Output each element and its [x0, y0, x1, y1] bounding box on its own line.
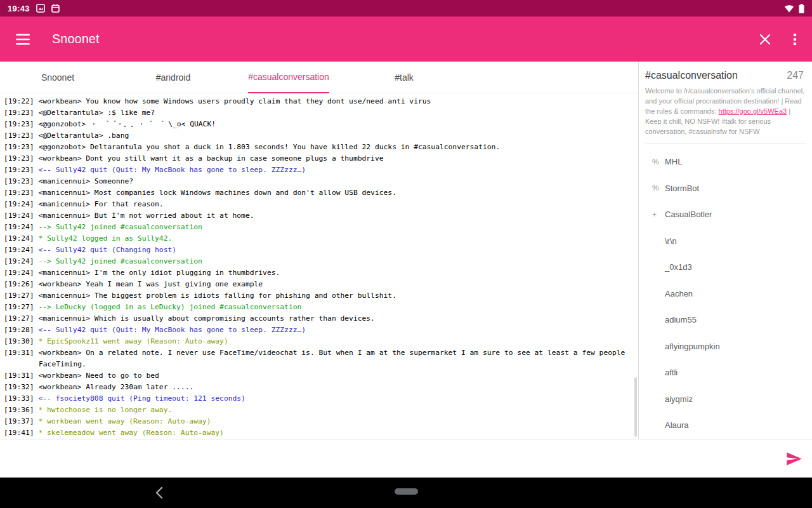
chat-message: [19:23] <@Deltarantula> .bang — [4, 130, 637, 142]
screenshot-notification-icon — [36, 4, 45, 13]
message-timestamp: [19:33] — [4, 394, 38, 403]
message-timestamp: [19:27] — [4, 291, 38, 300]
user-name: StormBot — [665, 184, 699, 193]
message-text: <workbean> Dont you still want it as a b… — [38, 154, 383, 163]
message-text: <manicennui> Which is usually about comp… — [38, 314, 375, 323]
user-count: 247 — [787, 70, 804, 81]
message-text: <manicennui> Most companies lock Windows… — [38, 189, 396, 197]
chat-message: [19:23] <manicennui> Someonne? — [4, 176, 637, 187]
user-list-item[interactable]: %StormBot — [652, 175, 812, 202]
user-name: Alaura — [665, 420, 689, 430]
message-input-bar — [0, 439, 812, 478]
user-mode-prefix: % — [652, 157, 665, 166]
chat-message: [19:31] <workbean> On a related note. I … — [4, 347, 637, 370]
message-timestamp: [19:24] — [4, 269, 38, 277]
battery-icon — [799, 4, 804, 13]
tab-snoonet[interactable]: Snoonet — [0, 62, 115, 93]
user-list-item[interactable]: adium55 — [652, 307, 812, 333]
message-timestamp: [19:24] — [4, 234, 38, 243]
user-list-item[interactable]: aftli — [652, 359, 812, 386]
chat-message: [19:23] <-- Sully42 quit (Quit: My MacBo… — [4, 164, 637, 176]
user-list-item[interactable]: Alaura — [652, 412, 812, 439]
chat-message: [19:22] <workbean> You know how some Win… — [4, 96, 637, 107]
message-timestamp: [19:41] — [4, 429, 38, 437]
tab-label: Snoonet — [41, 62, 74, 93]
user-list-item[interactable]: aiyqmiz — [652, 386, 812, 413]
user-name: MHL — [665, 157, 682, 166]
chat-column: Snoonet#android#casualconversation#talk … — [0, 62, 639, 439]
app-bar: Snoonet — [0, 17, 812, 62]
tab-casualconversation[interactable]: #casualconversation — [231, 62, 346, 93]
overflow-menu-button[interactable] — [789, 29, 801, 50]
android-screen: 19:43 Snoonet — [0, 0, 812, 508]
message-text: <@gonzobot> ・ ゜゜・。。・゜ ゜ \_o< QUACK! — [38, 120, 216, 128]
message-text: * skelemeadow went away (Reason: Auto-aw… — [38, 429, 223, 437]
user-list-item[interactable]: Aachen — [652, 281, 812, 307]
message-text: --> Sully42 joined #casualconversation — [38, 223, 202, 231]
message-timestamp: [19:37] — [4, 417, 38, 425]
message-timestamp: [19:23] — [4, 120, 38, 128]
message-text: <workbean> You know how some Windows use… — [38, 97, 431, 105]
message-timestamp: [19:26] — [4, 280, 38, 288]
message-timestamp: [19:23] — [4, 109, 38, 117]
page-title: Snoonet — [52, 32, 100, 46]
chat-message: [19:23] <workbean> Dont you still want i… — [4, 153, 637, 164]
user-name: Aachen — [665, 289, 693, 298]
channel-sidebar: #casualconversation 247 Welcome to /r/ca… — [639, 62, 812, 439]
message-text: * EpicSpookz11 went away (Reason: Auto-a… — [38, 337, 228, 345]
user-list-item[interactable]: _0x1d3 — [652, 254, 812, 281]
chat-message: [19:24] --> Sully42 joined #casualconver… — [4, 256, 637, 267]
message-timestamp: [19:23] — [4, 166, 38, 174]
message-text: <-- Sully42 quit (Changing host) — [38, 246, 176, 254]
chat-message: [19:24] <manicennui> For that reason. — [4, 199, 637, 210]
hamburger-menu-button[interactable] — [11, 30, 34, 49]
tab-android[interactable]: #android — [115, 62, 231, 93]
message-text: <workbean> Yeah I mean I was just giving… — [38, 280, 263, 288]
message-text: * hwtochoose is no longer away. — [38, 406, 172, 414]
message-text: <workbean> On a related note. I never us… — [38, 349, 629, 368]
message-text: * Sully42 logged in as Sully42. — [38, 234, 172, 243]
nav-back-button[interactable] — [155, 487, 163, 500]
chat-messages: [19:22] <workbean> You know how some Win… — [0, 93, 638, 439]
tab-bar: Snoonet#android#casualconversation#talk — [0, 62, 638, 93]
message-timestamp: [19:23] — [4, 154, 38, 163]
send-button[interactable] — [784, 449, 804, 469]
user-name: aftli — [665, 368, 678, 377]
chat-message: [19:23] <@gonzobot> ・ ゜゜・。。・゜ ゜ \_o< QUA… — [4, 119, 637, 130]
chat-message: [19:27] <manicennui> Which is usually ab… — [4, 313, 637, 324]
message-timestamp: [19:27] — [4, 303, 38, 311]
message-timestamp: [19:23] — [4, 143, 38, 151]
message-timestamp: [19:23] — [4, 189, 38, 197]
tab-label: #android — [156, 62, 191, 93]
message-timestamp: [19:23] — [4, 177, 38, 185]
message-text: <@gonzobot> Deltarantula you shot a duck… — [38, 143, 500, 151]
user-list-item[interactable]: aflyingpumpkin — [652, 333, 812, 360]
message-timestamp: [19:31] — [4, 371, 38, 380]
user-list-item[interactable]: %MHL — [652, 149, 812, 175]
message-text: <@Deltarantula> :$ like me? — [38, 109, 155, 117]
chat-message: [19:27] --> LeDucky (logged in as LeDuck… — [4, 302, 637, 313]
chat-message: [19:24] * Sully42 logged in as Sully42. — [4, 233, 637, 244]
message-timestamp: [19:24] — [4, 223, 38, 231]
status-time: 19:43 — [8, 4, 30, 13]
message-text: --> Sully42 joined #casualconversation — [38, 257, 202, 265]
close-button[interactable] — [755, 29, 775, 50]
tab-talk[interactable]: #talk — [346, 62, 462, 93]
chat-message: [19:24] <manicennui> But I'm not worried… — [4, 210, 637, 222]
message-timestamp: [19:22] — [4, 97, 38, 105]
chat-message: [19:24] --> Sully42 joined #casualconver… — [4, 222, 637, 233]
message-text: <manicennui> For that reason. — [38, 200, 163, 208]
user-name: CasualBotler — [665, 210, 712, 219]
chat-message: [19:31] <workbean> Need to go to bed — [4, 370, 637, 382]
message-text: <workbean> Need to go to bed — [38, 371, 159, 380]
user-list-item[interactable]: +CasualBotler — [652, 201, 812, 228]
message-input[interactable] — [8, 445, 784, 472]
message-timestamp: [19:23] — [4, 131, 38, 140]
nav-home-pill[interactable] — [395, 488, 418, 495]
chat-scrollbar[interactable] — [634, 377, 637, 437]
message-text: * workbean went away (Reason: Auto-away) — [38, 417, 211, 425]
user-list-item[interactable]: \r\n — [652, 228, 812, 255]
chat-message: [19:24] <manicennui> I'm the only idiot … — [4, 267, 637, 279]
topic-link[interactable]: https://goo.gl/v5WEa3 — [719, 107, 787, 115]
user-name: \r\n — [665, 236, 677, 246]
